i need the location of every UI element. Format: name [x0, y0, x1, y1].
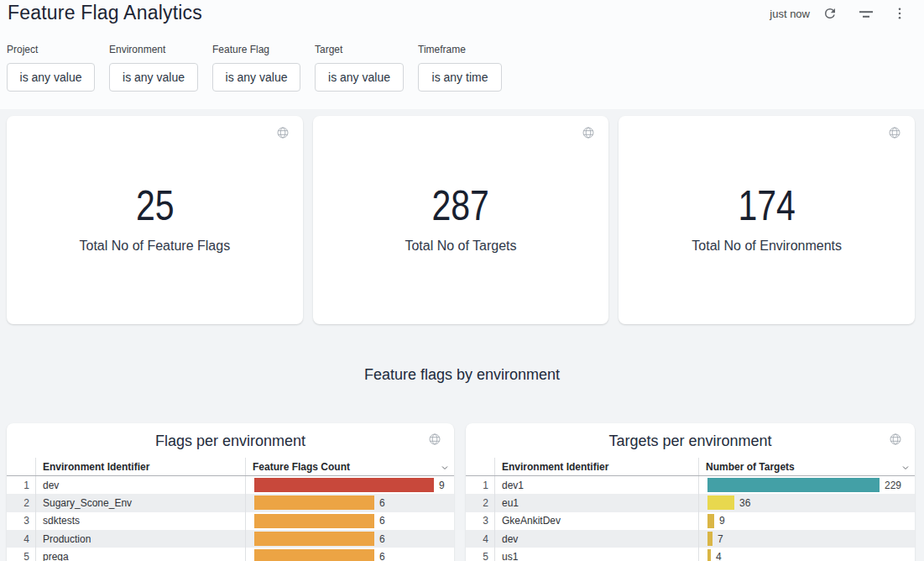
- filter-label: Feature Flag: [212, 44, 300, 55]
- environment-cell[interactable]: eu1: [495, 494, 699, 511]
- table-card-flags-per-environment: Flags per environment Environment Identi…: [7, 423, 454, 561]
- table-row: 1dev1229: [466, 476, 915, 494]
- row-index: 4: [7, 530, 36, 548]
- globe-icon[interactable]: [428, 433, 441, 449]
- bar-cell[interactable]: 6: [246, 494, 454, 511]
- chevron-down-icon[interactable]: [901, 463, 911, 475]
- column-header-environment[interactable]: Environment Identifier: [495, 458, 699, 475]
- globe-icon[interactable]: [888, 126, 901, 143]
- table-card-targets-per-environment: Targets per environment Environment Iden…: [466, 423, 915, 561]
- table-body: 1dev92Sugary_Scone_Env63sdktests64Produc…: [7, 476, 454, 561]
- bar-value: 6: [379, 533, 385, 545]
- environment-cell[interactable]: dev1: [495, 476, 699, 494]
- bar[interactable]: [707, 495, 734, 510]
- table-header: Environment Identifier Feature Flags Cou…: [7, 458, 454, 476]
- bar-value: 36: [739, 497, 750, 509]
- environment-cell[interactable]: dev: [36, 476, 246, 494]
- globe-icon[interactable]: [276, 126, 290, 143]
- bar-value: 6: [379, 515, 385, 527]
- environment-cell[interactable]: sdktests: [36, 512, 246, 530]
- bar-cell[interactable]: 4: [699, 548, 915, 561]
- bar[interactable]: [254, 549, 374, 561]
- row-index: 4: [466, 530, 495, 548]
- column-header-environment[interactable]: Environment Identifier: [36, 458, 246, 475]
- kpi-card-feature-flags: 25 Total No of Feature Flags: [7, 116, 303, 324]
- table-row: 2Sugary_Scone_Env6: [7, 494, 454, 511]
- bar-cell[interactable]: 7: [699, 530, 915, 548]
- last-refreshed: just now: [770, 8, 810, 20]
- environment-cell[interactable]: Production: [36, 530, 246, 548]
- filter-bar: Project is any value Environment is any …: [7, 44, 502, 92]
- row-index: 1: [7, 476, 36, 494]
- filter-feature-flag: Feature Flag is any value: [212, 44, 300, 92]
- environment-cell[interactable]: us1: [495, 548, 699, 561]
- row-index: 5: [7, 548, 36, 561]
- filter-label: Target: [315, 44, 404, 55]
- column-header-measure[interactable]: Feature Flags Count: [246, 458, 454, 475]
- table-row: 5us14: [466, 548, 915, 561]
- bar-cell[interactable]: 6: [246, 512, 454, 530]
- table-row: 1dev9: [7, 476, 454, 494]
- row-index: 2: [466, 494, 495, 511]
- environment-cell[interactable]: dev: [495, 530, 699, 548]
- bar[interactable]: [254, 532, 374, 546]
- bar[interactable]: [254, 495, 374, 510]
- filter-timeframe: Timeframe is any time: [418, 44, 502, 92]
- bar-cell[interactable]: 9: [699, 512, 915, 530]
- filter-value-button[interactable]: is any value: [109, 63, 198, 92]
- row-index: 3: [7, 512, 36, 530]
- filter-value-button[interactable]: is any time: [418, 63, 502, 92]
- table: Environment Identifier Number of Targets…: [466, 458, 915, 561]
- table-title: Targets per environment: [466, 432, 915, 450]
- table-row: 4Production6: [7, 530, 454, 548]
- globe-icon[interactable]: [582, 126, 595, 143]
- table-row: 2eu136: [466, 494, 915, 511]
- kpi-card-targets: 287 Total No of Targets: [313, 116, 609, 324]
- filter-value-button[interactable]: is any value: [7, 63, 95, 92]
- kpi-row: 25 Total No of Feature Flags 287 Total N…: [7, 116, 915, 324]
- filter-label: Environment: [109, 44, 198, 55]
- bar-cell[interactable]: 6: [246, 530, 454, 548]
- bar[interactable]: [707, 549, 711, 561]
- row-index: 1: [466, 476, 495, 494]
- filter-target: Target is any value: [315, 44, 404, 92]
- kpi-card-environments: 174 Total No of Environments: [619, 116, 915, 324]
- bar[interactable]: [707, 478, 880, 492]
- dashboard-body: 25 Total No of Feature Flags 287 Total N…: [0, 109, 924, 561]
- bar-value: 229: [885, 480, 901, 491]
- bar-cell[interactable]: 9: [246, 476, 454, 494]
- refresh-icon[interactable]: [822, 4, 838, 23]
- row-index: 2: [7, 494, 36, 511]
- bar[interactable]: [707, 514, 714, 528]
- bar-value: 6: [379, 551, 385, 561]
- more-vert-icon[interactable]: [891, 4, 908, 23]
- filter-label: Project: [7, 44, 95, 55]
- bar[interactable]: [254, 478, 434, 492]
- column-header-measure[interactable]: Number of Targets: [699, 458, 915, 475]
- bar-cell[interactable]: 229: [699, 476, 915, 494]
- header: Feature Flag Analytics just now Project …: [0, 0, 924, 109]
- environment-cell[interactable]: GkeAnkitDev: [495, 512, 699, 530]
- filter-value-button[interactable]: is any value: [212, 63, 300, 92]
- filter-icon[interactable]: [858, 4, 874, 23]
- bar[interactable]: [707, 532, 713, 546]
- section-title: Feature flags by environment: [0, 366, 924, 384]
- table-body: 1dev12292eu1363GkeAnkitDev94dev75us14: [466, 476, 915, 561]
- bar-cell[interactable]: 36: [699, 494, 915, 511]
- filter-label: Timeframe: [418, 44, 502, 55]
- environment-cell[interactable]: prega: [36, 548, 246, 561]
- filter-value-button[interactable]: is any value: [315, 63, 404, 92]
- globe-icon[interactable]: [889, 433, 902, 449]
- row-number-header: [466, 458, 495, 475]
- bar-value: 9: [719, 515, 725, 527]
- filter-project: Project is any value: [7, 44, 95, 92]
- kpi-value: 174: [738, 185, 795, 227]
- bar-value: 6: [379, 497, 385, 509]
- table-row: 3sdktests6: [7, 512, 454, 530]
- bar[interactable]: [254, 514, 374, 528]
- bar-cell[interactable]: 6: [246, 548, 454, 561]
- chevron-down-icon[interactable]: [440, 463, 450, 475]
- bar-value: 4: [716, 551, 722, 561]
- kpi-label: Total No of Feature Flags: [80, 239, 231, 254]
- environment-cell[interactable]: Sugary_Scone_Env: [36, 494, 246, 511]
